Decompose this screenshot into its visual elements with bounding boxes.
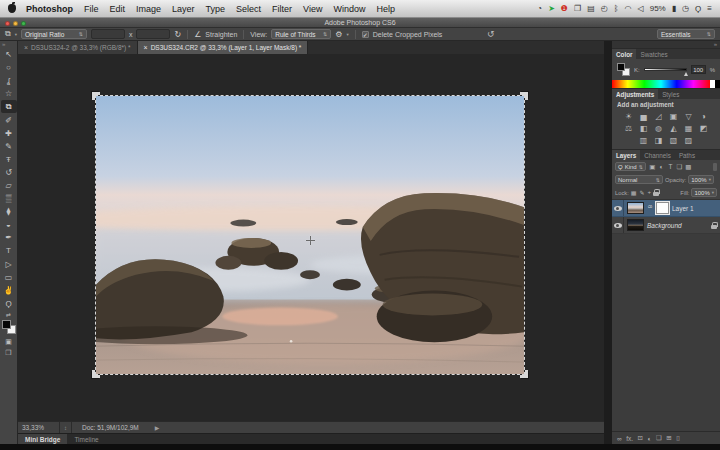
collapse-panels-icon[interactable]: » (714, 41, 717, 48)
opacity-select[interactable]: 100% ▾ (688, 175, 714, 184)
panel-tab[interactable]: Layers (612, 150, 640, 160)
lasso-tool[interactable]: ʆ (1, 74, 17, 87)
marquee-tool[interactable]: ○ (1, 61, 17, 74)
zoom-tool[interactable]: Ϙ (1, 297, 17, 310)
dodge-tool[interactable]: ◒ (1, 218, 17, 231)
eraser-tool[interactable]: ▱ (1, 179, 17, 192)
delete-cropped-pixels-checkbox[interactable]: ✓ (362, 31, 369, 38)
lock-all-icon[interactable] (653, 192, 659, 196)
healing-brush-tool[interactable]: ✚ (1, 127, 17, 140)
panel-tab[interactable]: Styles (658, 89, 683, 99)
crop-width-input[interactable] (91, 29, 125, 39)
link-layers-icon[interactable]: ∞ (617, 435, 622, 442)
clone-stamp-tool[interactable]: Ŧ (1, 153, 17, 166)
workspace-select[interactable]: Essentials ⇅ (657, 29, 715, 39)
panel-foreground-swatch[interactable] (617, 63, 625, 71)
swap-colors-icon[interactable]: ⇄ (6, 312, 11, 318)
layer-filter-kind-select[interactable]: Ϙ Kind ⇅ (615, 162, 646, 171)
photo-document[interactable] (95, 95, 525, 375)
menubar-item[interactable]: Edit (110, 4, 126, 14)
close-tab-icon[interactable]: × (144, 44, 148, 51)
battery-percent-label[interactable]: 95% (650, 5, 666, 13)
threshold-icon[interactable]: ◨ (651, 134, 666, 146)
update-badge-icon[interactable]: ❶ (561, 5, 568, 13)
brightness-contrast-icon[interactable]: ☀ (621, 110, 636, 122)
crop-handle-top-left[interactable] (92, 92, 100, 100)
fill-select[interactable]: 100% ▾ (691, 188, 717, 197)
selective-color-icon[interactable]: ▧ (666, 134, 681, 146)
delete-layer-icon[interactable]: ▯ (676, 434, 680, 442)
posterize-icon[interactable]: ▥ (636, 134, 651, 146)
channel-mixer-icon[interactable]: ◭ (666, 122, 681, 134)
canvas-area[interactable] (18, 54, 604, 421)
quick-mask-icon[interactable]: ▣ (5, 338, 12, 345)
magic-wand-tool[interactable]: ☆ (1, 87, 17, 100)
menubar-item[interactable]: View (303, 4, 322, 14)
screen-mode-icon[interactable]: ❐ (5, 349, 11, 356)
layer-visibility-cell[interactable] (612, 200, 624, 216)
lock-pixels-icon[interactable]: ✎ (640, 189, 645, 196)
levels-icon[interactable]: ▅ (636, 110, 651, 122)
layer-thumbnail[interactable] (627, 219, 644, 231)
battery-icon[interactable]: ▮ (672, 5, 676, 13)
new-layer-icon[interactable]: ⊞ (666, 434, 671, 442)
layer-name[interactable]: Layer 1 (672, 205, 694, 212)
k-value-field[interactable]: 100 (691, 65, 706, 74)
gradient-tool[interactable]: ▒ (1, 192, 17, 205)
panel-tab[interactable]: Channels (640, 150, 675, 160)
zoom-level-field[interactable]: 33,33% (18, 422, 60, 433)
notification-list-icon[interactable]: ≡ (707, 5, 712, 13)
stack-icon[interactable]: ❐ (574, 5, 581, 13)
eyedropper-tool[interactable]: ✐ (1, 113, 17, 126)
reset-crop-icon[interactable]: ↺ (487, 29, 495, 39)
time-machine-icon[interactable]: ◴ (601, 5, 608, 13)
photo-filter-icon[interactable]: ◍ (651, 122, 666, 134)
color-lookup-icon[interactable]: ▦ (681, 122, 696, 134)
panel-tab[interactable]: Adjustments (612, 89, 658, 99)
vpn-arrow-icon[interactable]: ➤ (548, 5, 555, 13)
layer-effects-icon[interactable]: fx. (626, 435, 633, 442)
layer-name[interactable]: Background (647, 222, 682, 229)
wifi-icon[interactable]: ◠ (625, 5, 632, 13)
crop-tool-icon[interactable]: ⧉ (5, 29, 11, 39)
exposure-icon[interactable]: ▣ (666, 110, 681, 122)
crop-height-input[interactable] (136, 29, 170, 39)
spotlight-icon[interactable]: Ϙ (695, 5, 701, 13)
blur-tool[interactable]: ⧫ (1, 205, 17, 218)
hand-tool[interactable]: ✌ (1, 284, 17, 297)
menubar-item[interactable]: Layer (172, 4, 195, 14)
volume-icon[interactable]: ◁ (638, 5, 644, 13)
color-spectrum-ramp[interactable] (612, 80, 720, 88)
blend-mode-select[interactable]: Normal ⇅ (615, 175, 663, 184)
path-selection-tool[interactable]: ▷ (1, 258, 17, 271)
black-white-icon[interactable]: ◧ (636, 122, 651, 134)
document-tab[interactable]: × DS3US324-2 @ 33,3% (RGB/8*) * (18, 41, 138, 54)
clock-icon[interactable]: ◷ (682, 5, 689, 13)
crop-options-gear-icon[interactable]: ⚙ (335, 30, 342, 39)
crop-tool-caret-icon[interactable]: ▾ (15, 32, 17, 37)
k-slider-thumb[interactable] (684, 72, 688, 76)
history-brush-tool[interactable]: ↺ (1, 166, 17, 179)
menubar-item[interactable]: Image (136, 4, 161, 14)
filter-smart-object-icon[interactable]: ▩ (684, 163, 693, 171)
apple-menu-icon[interactable] (8, 4, 16, 13)
panel-tab[interactable]: Color (612, 49, 636, 59)
spectrum-black-swatch[interactable] (715, 80, 720, 88)
spectrum-gradient[interactable] (612, 80, 710, 88)
bottom-panel-tab[interactable]: Mini Bridge (18, 434, 67, 444)
panel-tab[interactable]: Swatches (636, 49, 671, 59)
status-flyout-icon[interactable]: ▶ (155, 424, 160, 431)
new-adjustment-layer-icon[interactable]: ◐ (647, 435, 651, 442)
crop-handle-bottom-left[interactable] (92, 370, 100, 378)
brush-tool[interactable]: ✎ (1, 140, 17, 153)
vibrance-icon[interactable]: ▽ (681, 110, 696, 122)
collapse-tools-icon[interactable]: » (0, 41, 5, 48)
shape-tool[interactable]: ▭ (1, 271, 17, 284)
mask-link-icon[interactable]: 8 (647, 205, 653, 211)
document-tab[interactable]: × DS3US324.CR2 @ 33,3% (Layer 1, Layer M… (138, 41, 309, 54)
crop-tool[interactable]: ⧉ (1, 100, 17, 113)
hue-saturation-icon[interactable]: ◑ (696, 110, 711, 122)
type-tool[interactable]: T (1, 244, 17, 257)
layer-thumbnail[interactable] (627, 202, 644, 214)
color-balance-icon[interactable]: ⚖ (621, 122, 636, 134)
